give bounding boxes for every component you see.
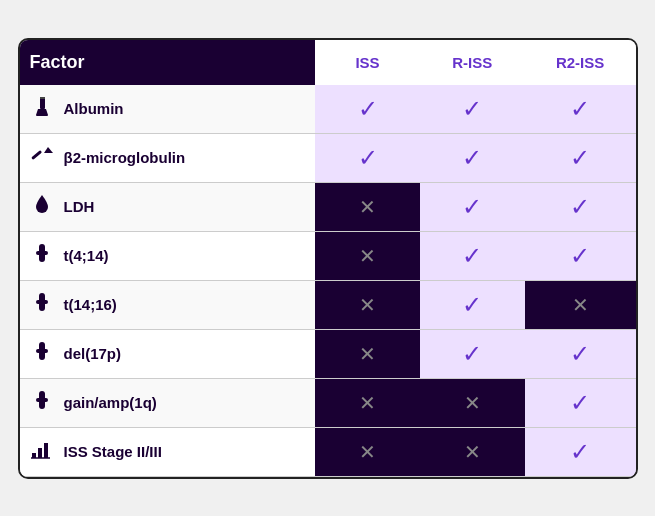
cross-mark: ✕ <box>359 343 376 365</box>
table-row: t(14;16)✕✓✕ <box>20 280 636 329</box>
table-row: Albumin✓✓✓ <box>20 85 636 134</box>
check-mark: ✓ <box>358 95 378 122</box>
factor-label: LDH <box>64 198 95 215</box>
iss-cell: ✕ <box>315 329 420 378</box>
svg-rect-1 <box>40 97 45 99</box>
factor-cell: gain/amp(1q) <box>20 378 316 427</box>
svg-rect-14 <box>44 443 48 458</box>
riss-cell: ✕ <box>420 378 525 427</box>
check-mark: ✓ <box>570 95 590 122</box>
r2iss-cell: ✓ <box>525 182 636 231</box>
table-row: t(4;14)✕✓✓ <box>20 231 636 280</box>
factor-cell: ISS Stage II/III <box>20 427 316 476</box>
cross-mark: ✕ <box>464 392 481 414</box>
svg-rect-7 <box>36 300 48 304</box>
factor-cell: t(4;14) <box>20 231 316 280</box>
iss-header: ISS <box>315 40 420 85</box>
factor-label: ISS Stage II/III <box>64 443 162 460</box>
r2iss-cell: ✕ <box>525 280 636 329</box>
check-mark: ✓ <box>570 144 590 171</box>
riss-cell: ✓ <box>420 280 525 329</box>
check-mark: ✓ <box>570 242 590 269</box>
iss-cell: ✓ <box>315 133 420 182</box>
cross-mark: ✕ <box>359 294 376 316</box>
check-mark: ✓ <box>462 95 482 122</box>
r2iss-cell: ✓ <box>525 85 636 134</box>
riss-header: R-ISS <box>420 40 525 85</box>
riss-cell: ✓ <box>420 133 525 182</box>
row-icon <box>30 438 54 465</box>
riss-cell: ✕ <box>420 427 525 476</box>
check-mark: ✓ <box>462 291 482 318</box>
riss-cell: ✓ <box>420 85 525 134</box>
r2iss-cell: ✓ <box>525 133 636 182</box>
factor-cell: LDH <box>20 182 316 231</box>
r2iss-cell: ✓ <box>525 329 636 378</box>
comparison-table: Factor ISS R-ISS R2-ISS Albumin✓✓✓β2-mic… <box>18 38 638 479</box>
factor-label: del(17p) <box>64 345 122 362</box>
row-icon <box>30 242 54 269</box>
check-mark: ✓ <box>358 144 378 171</box>
row-icon <box>30 144 54 171</box>
iss-cell: ✕ <box>315 182 420 231</box>
r2iss-cell: ✓ <box>525 231 636 280</box>
factor-label: gain/amp(1q) <box>64 394 157 411</box>
cross-mark: ✕ <box>359 245 376 267</box>
iss-cell: ✕ <box>315 378 420 427</box>
iss-cell: ✕ <box>315 280 420 329</box>
row-icon <box>30 340 54 367</box>
row-icon <box>30 193 54 220</box>
check-mark: ✓ <box>462 340 482 367</box>
row-icon <box>30 291 54 318</box>
table-row: gain/amp(1q)✕✕✓ <box>20 378 636 427</box>
iss-cell: ✓ <box>315 85 420 134</box>
cross-mark: ✕ <box>359 196 376 218</box>
r2iss-header: R2-ISS <box>525 40 636 85</box>
check-mark: ✓ <box>570 438 590 465</box>
check-mark: ✓ <box>462 144 482 171</box>
svg-rect-2 <box>31 150 42 160</box>
iss-cell: ✕ <box>315 231 420 280</box>
cross-mark: ✕ <box>359 392 376 414</box>
row-icon <box>30 389 54 416</box>
svg-rect-9 <box>36 349 48 353</box>
factor-cell: t(14;16) <box>20 280 316 329</box>
svg-marker-3 <box>44 147 53 153</box>
riss-cell: ✓ <box>420 182 525 231</box>
factor-cell: del(17p) <box>20 329 316 378</box>
check-mark: ✓ <box>462 242 482 269</box>
svg-rect-11 <box>36 398 48 402</box>
row-icon <box>30 95 54 122</box>
factor-header: Factor <box>20 40 316 85</box>
riss-cell: ✓ <box>420 329 525 378</box>
cross-mark: ✕ <box>464 441 481 463</box>
check-mark: ✓ <box>570 193 590 220</box>
cross-mark: ✕ <box>359 441 376 463</box>
riss-cell: ✓ <box>420 231 525 280</box>
factor-label: t(14;16) <box>64 296 117 313</box>
factor-cell: Albumin <box>20 85 316 134</box>
table-row: LDH✕✓✓ <box>20 182 636 231</box>
svg-rect-13 <box>38 448 42 458</box>
r2iss-cell: ✓ <box>525 427 636 476</box>
cross-mark: ✕ <box>572 294 589 316</box>
table-row: del(17p)✕✓✓ <box>20 329 636 378</box>
check-mark: ✓ <box>462 193 482 220</box>
table-row: ISS Stage II/III✕✕✓ <box>20 427 636 476</box>
factor-label: t(4;14) <box>64 247 109 264</box>
check-mark: ✓ <box>570 389 590 416</box>
iss-cell: ✕ <box>315 427 420 476</box>
factor-label: Albumin <box>64 100 124 117</box>
factor-label: β2-microglobulin <box>64 149 186 166</box>
factor-cell: β2-microglobulin <box>20 133 316 182</box>
svg-rect-5 <box>36 251 48 255</box>
check-mark: ✓ <box>570 340 590 367</box>
table-row: β2-microglobulin✓✓✓ <box>20 133 636 182</box>
r2iss-cell: ✓ <box>525 378 636 427</box>
